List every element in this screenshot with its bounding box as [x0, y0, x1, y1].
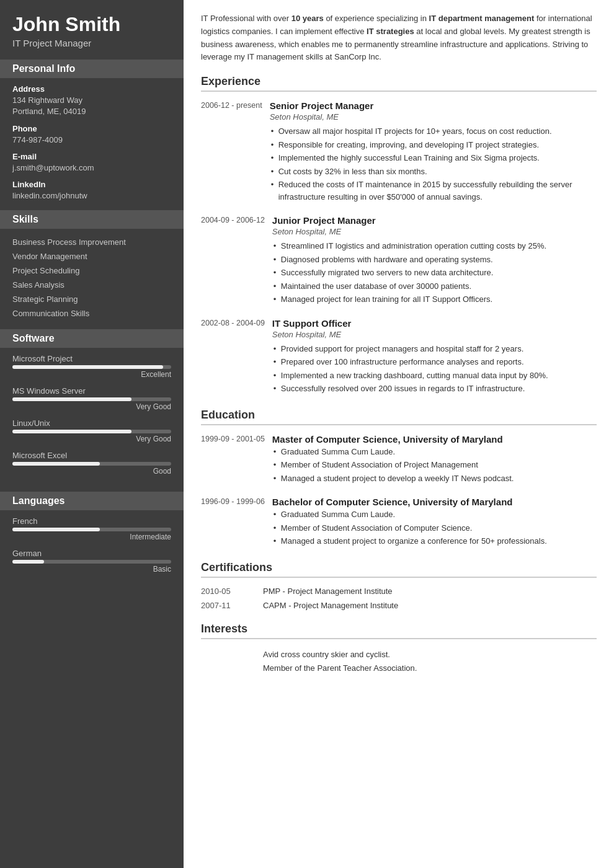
- phone-value: 774-987-4009: [12, 135, 171, 146]
- software-item-0: Microsoft Project Excellent: [12, 354, 171, 379]
- entry-bullets: Graduated Summa Cum Laude. Member of Stu…: [272, 508, 597, 547]
- entry-degree-title: Bachelor of Computer Science, University…: [272, 497, 597, 507]
- address-line1: 134 Rightward Way: [12, 95, 171, 106]
- entry-body: Junior Project Manager Seton Hospital, M…: [272, 215, 597, 307]
- cert-date: 2010-05: [201, 587, 263, 596]
- bullet-item: Responsible for creating, improving, and…: [270, 139, 597, 151]
- cert-value: CAPM - Project Management Institute: [263, 601, 398, 610]
- software-title: Software: [0, 329, 184, 348]
- bullet-item: Successfully resolved over 200 issues in…: [272, 383, 597, 395]
- skills-list: Business Process Improvement Vendor Mana…: [0, 235, 184, 321]
- cert-date: 2007-11: [201, 601, 263, 610]
- entry-bullets: Oversaw all major hospital IT projects f…: [270, 125, 597, 203]
- sidebar-header: John Smith IT Project Manager: [0, 0, 184, 60]
- bullet-item: Graduated Summa Cum Laude.: [272, 508, 597, 521]
- education-title: Education: [201, 409, 597, 425]
- entry-body: Bachelor of Computer Science, University…: [272, 497, 597, 549]
- experience-entry-1: 2004-09 - 2006-12 Junior Project Manager…: [201, 215, 597, 307]
- bar-fill: [12, 462, 100, 466]
- software-section: Software Microsoft Project Excellent MS …: [0, 329, 184, 492]
- skill-item: Strategic Planning: [12, 292, 171, 306]
- candidate-name: John Smith: [12, 14, 171, 35]
- bullet-item: Successfully migrated two servers to new…: [272, 267, 597, 279]
- cert-row-0: 2010-05 PMP - Project Management Institu…: [201, 587, 597, 596]
- software-item-3: Microsoft Excel Good: [12, 451, 171, 476]
- bar-label: Excellent: [12, 370, 171, 379]
- experience-entry-0: 2006-12 - present Senior Project Manager…: [201, 100, 597, 204]
- bullet-item: Implemented a new tracking dashboard, cu…: [272, 370, 597, 382]
- software-name: Microsoft Excel: [12, 451, 171, 460]
- languages-section: Languages French Intermediate German Bas…: [0, 492, 184, 590]
- software-name: Microsoft Project: [12, 354, 171, 363]
- entry-degree-title: Master of Computer Science, University o…: [272, 434, 597, 445]
- sidebar: John Smith IT Project Manager Personal I…: [0, 0, 184, 868]
- experience-section: Experience 2006-12 - present Senior Proj…: [201, 75, 597, 396]
- bullet-item: Managed a student project to organize a …: [272, 535, 597, 547]
- bar-container: [12, 560, 171, 564]
- experience-entry-2: 2002-08 - 2004-09 IT Support Officer Set…: [201, 318, 597, 396]
- summary-section: IT Professional with over 10 years of ex…: [201, 12, 597, 64]
- entry-company: Seton Hospital, ME: [270, 112, 597, 122]
- bullet-item: Prepared over 100 infrastructure perform…: [272, 356, 597, 368]
- personal-info-content: Address 134 Rightward Way Portland, ME, …: [0, 84, 184, 202]
- entry-job-title: Junior Project Manager: [272, 215, 597, 226]
- skill-item: Business Process Improvement: [12, 235, 171, 249]
- bullet-item: Implemented the highly successful Lean T…: [270, 152, 597, 164]
- entry-date: 2004-09 - 2006-12: [201, 215, 272, 307]
- education-entry-1: 1996-09 - 1999-06 Bachelor of Computer S…: [201, 497, 597, 549]
- interest-item-0: Avid cross country skier and cyclist.: [201, 648, 597, 662]
- certifications-section: Certifications 2010-05 PMP - Project Man…: [201, 561, 597, 610]
- bullet-item: Cut costs by 32% in less than six months…: [270, 166, 597, 178]
- entry-bullets: Provided support for project managers an…: [272, 343, 597, 395]
- bullet-item: Managed a student project to develop a w…: [272, 472, 597, 485]
- bullet-item: Oversaw all major hospital IT projects f…: [270, 125, 597, 138]
- software-item-1: MS Windows Server Very Good: [12, 386, 171, 411]
- bar-label: Very Good: [12, 402, 171, 411]
- job-title: IT Project Manager: [12, 38, 171, 48]
- entry-body: IT Support Officer Seton Hospital, ME Pr…: [272, 318, 597, 396]
- bar-container: [12, 462, 171, 466]
- bullet-item: Graduated Summa Cum Laude.: [272, 446, 597, 458]
- entry-body: Senior Project Manager Seton Hospital, M…: [270, 100, 597, 204]
- lang-name: French: [12, 516, 171, 526]
- bar-label: Basic: [12, 565, 171, 574]
- bar-fill: [12, 528, 100, 531]
- skills-section: Skills Business Process Improvement Vend…: [0, 210, 184, 329]
- skill-item: Project Scheduling: [12, 264, 171, 278]
- entry-date: 1996-09 - 1999-06: [201, 497, 272, 549]
- lang-name: German: [12, 549, 171, 558]
- email-value: j.smith@uptowork.com: [12, 162, 171, 174]
- skills-title: Skills: [0, 210, 184, 229]
- linkedin-value: linkedin.com/johnutw: [12, 190, 171, 202]
- cert-row-1: 2007-11 CAPM - Project Management Instit…: [201, 601, 597, 610]
- bar-container: [12, 365, 171, 369]
- bar-fill: [12, 365, 163, 369]
- bullet-item: Member of Student Association of Project…: [272, 459, 597, 471]
- certifications-title: Certifications: [201, 561, 597, 578]
- interests-title: Interests: [201, 622, 597, 639]
- language-item-0: French Intermediate: [12, 516, 171, 541]
- education-entry-0: 1999-09 - 2001-05 Master of Computer Sci…: [201, 434, 597, 486]
- bar-container: [12, 528, 171, 531]
- bullet-item: Managed project for lean training for al…: [272, 293, 597, 306]
- bullet-item: Streamlined IT logistics and administrat…: [272, 240, 597, 252]
- bullet-item: Maintained the user database of over 300…: [272, 280, 597, 293]
- bar-fill: [12, 397, 131, 401]
- languages-list: French Intermediate German Basic: [0, 516, 184, 574]
- languages-title: Languages: [0, 492, 184, 510]
- phone-label: Phone: [12, 124, 171, 133]
- interests-section: Interests Avid cross country skier and c…: [201, 622, 597, 675]
- bar-label: Intermediate: [12, 533, 171, 541]
- entry-job-title: Senior Project Manager: [270, 100, 597, 111]
- entry-body: Master of Computer Science, University o…: [272, 434, 597, 486]
- address-line2: Portland, ME, 04019: [12, 106, 171, 117]
- personal-info-section: Personal Info Address 134 Rightward Way …: [0, 60, 184, 210]
- skill-item: Vendor Management: [12, 249, 171, 264]
- software-name: Linux/Unix: [12, 418, 171, 428]
- email-label: E-mail: [12, 152, 171, 161]
- bar-label: Very Good: [12, 435, 171, 443]
- entry-company: Seton Hospital, ME: [272, 330, 597, 339]
- entry-bullets: Streamlined IT logistics and administrat…: [272, 240, 597, 306]
- bar-container: [12, 430, 171, 433]
- education-section: Education 1999-09 - 2001-05 Master of Co…: [201, 409, 597, 549]
